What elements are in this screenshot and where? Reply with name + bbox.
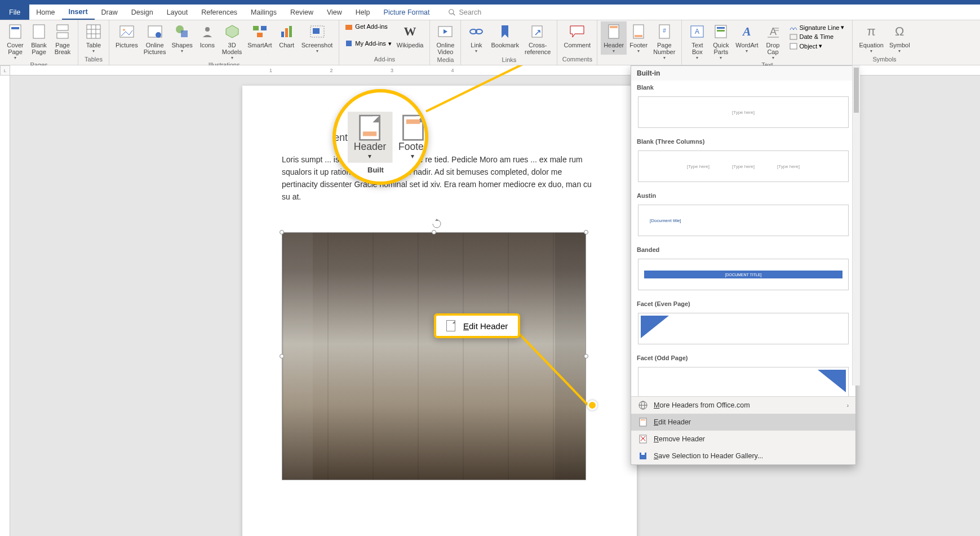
header-button[interactable]: Header▾ [601,21,627,55]
dropdown-scrollbar[interactable] [852,65,860,386]
pictures-button[interactable]: Pictures [113,21,141,50]
3d-models-button[interactable]: 3DModels▾ [219,21,245,61]
footer-button[interactable]: Footer▾ [627,21,650,55]
blank-page-button[interactable]: BlankPage [27,21,51,56]
cover-page-button[interactable]: CoverPage▾ [3,21,27,61]
tab-insert[interactable]: Insert [62,5,95,20]
bookmark-button[interactable]: Bookmark [488,21,522,50]
chart-button[interactable]: Chart [275,21,299,50]
date-time-icon [790,33,797,40]
svg-rect-62 [641,453,645,455]
group-media-label: Media [433,56,457,64]
search-placeholder: Search [459,8,482,16]
svg-line-1 [453,13,455,15]
group-text: ATextBox▾ QuickParts▾ AWordArt▾ ADropCap… [682,20,853,65]
symbol-button[interactable]: ΩSymbol▾ [886,21,913,55]
svg-point-0 [449,9,453,14]
svg-rect-27 [313,28,320,34]
document-area: L 1 2 3 4 Loris sumpt ... is communing c… [0,65,980,536]
shapes-button[interactable]: Shapes▾ [169,21,196,55]
tab-help[interactable]: Help [349,5,377,20]
tab-layout[interactable]: Layout [160,5,195,20]
page-break-icon [56,24,69,39]
group-illustrations: Pictures OnlinePictures Shapes▾ Icons 3D… [109,20,339,65]
ruler-corner[interactable]: L [0,65,10,76]
document-page[interactable]: Loris sumpt ... is communing consecrate … [242,86,637,536]
comment-button[interactable]: Comment [561,21,593,50]
tab-mailings[interactable]: Mailings [244,5,283,20]
selection-handle[interactable] [584,354,588,358]
selection-handle[interactable] [280,230,284,234]
cross-reference-button[interactable]: Cross-reference [522,21,553,56]
tab-references[interactable]: References [194,5,244,20]
remove-header-button[interactable]: Remove Header [631,431,855,448]
selection-handle[interactable] [584,230,588,234]
wordart-button[interactable]: AWordArt▾ [733,21,761,55]
drop-cap-button[interactable]: ADropCap▾ [761,21,785,61]
svg-rect-20 [253,26,259,30]
tab-draw[interactable]: Draw [95,5,125,20]
tab-view[interactable]: View [320,5,349,20]
selection-handle[interactable] [432,230,436,234]
tab-file[interactable]: File [0,5,29,20]
group-symbols: πEquation▾ ΩSymbol▾ Symbols [853,20,916,65]
link-button[interactable]: Link▾ [464,21,488,55]
icons-button[interactable]: Icons [196,21,219,50]
tab-design[interactable]: Design [125,5,160,20]
smartart-button[interactable]: SmartArt [245,21,274,50]
table-button[interactable]: Table▾ [82,21,105,55]
group-symbols-label: Symbols [856,56,912,64]
group-comments: Comment Comments [557,20,597,65]
svg-point-15 [156,32,161,38]
symbol-icon: Ω [895,24,904,39]
get-addins-button[interactable]: Get Add-ins [343,21,393,32]
svg-point-13 [123,29,125,31]
tab-review[interactable]: Review [283,5,320,20]
blank-page-icon [32,24,46,39]
wikipedia-icon: W [404,24,416,39]
svg-rect-5 [57,25,68,30]
gallery-item-austin[interactable]: [Document title] [638,205,849,236]
online-video-button[interactable]: OnlineVideo [433,21,457,56]
vertical-ruler[interactable] [0,76,10,536]
save-selection-button[interactable]: Save Selection to Header Gallery... [631,448,855,464]
edit-header-button[interactable]: Edit Header [631,414,855,431]
more-headers-button[interactable]: More Headers from Office.com › [631,397,855,414]
page-break-button[interactable]: PageBreak [51,21,74,56]
signature-line-button[interactable]: Signature Line ▾ [787,23,847,32]
page-number-button[interactable]: #PageNumber▾ [650,21,678,61]
tab-home[interactable]: Home [29,5,61,20]
cross-reference-icon [531,25,544,38]
selection-handle[interactable] [280,354,284,358]
online-pictures-button[interactable]: OnlinePictures [141,21,169,56]
screenshot-button[interactable]: Screenshot▾ [299,21,336,55]
gallery-label: Blank (Three Columns) [631,135,855,148]
gallery-item-three-columns[interactable]: [Type here][Type here][Type here] [638,150,849,182]
search-box[interactable]: Search [448,8,482,16]
cover-page-icon [8,24,22,39]
date-time-button[interactable]: Date & Time [787,32,847,41]
gallery-item-blank[interactable] [638,96,849,128]
header-dropdown-panel: Built-in Blank Blank (Three Columns) [Ty… [631,65,856,465]
wikipedia-button[interactable]: WWikipedia [394,21,427,50]
tab-picture-format[interactable]: Picture Format [377,5,437,20]
rotate-handle[interactable] [432,219,442,229]
dropdown-menu-footer: More Headers from Office.com › Edit Head… [631,396,855,464]
group-addins-label: Add-ins [343,56,426,64]
my-addins-button[interactable]: My Add-ins ▾ [343,38,393,48]
ribbon: CoverPage▾ BlankPage PageBreak Pages Tab… [0,20,980,65]
group-header-footer: Header▾ Footer▾ #PageNumber▾ . [597,20,682,65]
table-icon [86,24,101,39]
gallery-item-facet-odd[interactable] [638,367,849,396]
bookmark-icon [499,24,511,39]
drop-cap-icon: A [766,25,780,38]
svg-rect-38 [635,35,642,37]
gallery-item-facet-even[interactable] [638,313,849,344]
equation-button[interactable]: πEquation▾ [856,21,886,55]
pictures-icon [119,25,135,38]
page-icon [446,320,455,331]
quick-parts-button[interactable]: QuickParts▾ [709,21,733,61]
text-box-button[interactable]: ATextBox▾ [685,21,709,61]
gallery-item-banded[interactable]: [DOCUMENT TITLE] [638,259,849,290]
object-button[interactable]: Object ▾ [787,41,847,51]
